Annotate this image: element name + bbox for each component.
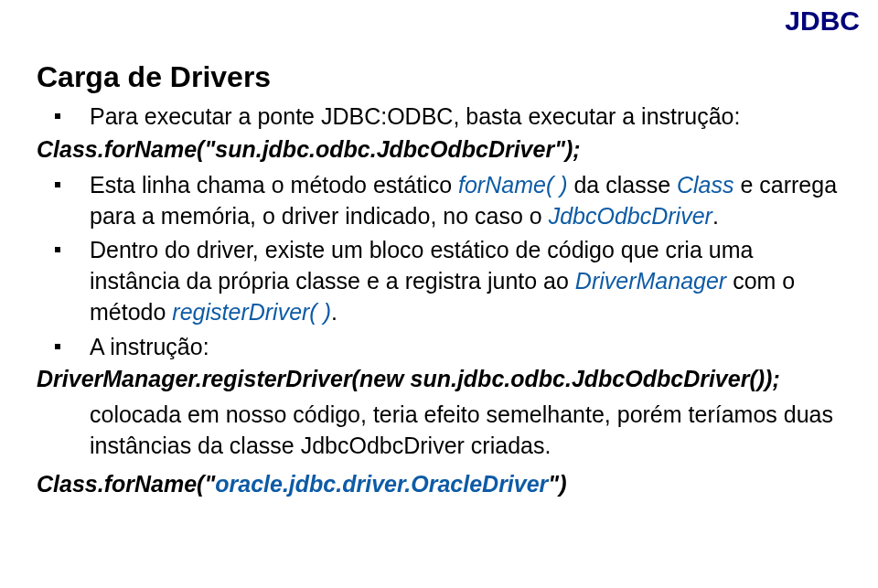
- b2-forname: forName( ): [458, 172, 567, 198]
- b3-end: .: [331, 299, 337, 325]
- b3-reg: registerDriver( ): [172, 299, 331, 325]
- slide-heading: Carga de Drivers: [37, 60, 841, 94]
- bullet-dot-icon: [55, 344, 60, 349]
- sub-paragraph: colocada em nosso código, teria efeito s…: [90, 400, 841, 462]
- bullet-item-4: A instrução:: [55, 332, 841, 363]
- b2-pre: Esta linha chama o método estático: [90, 172, 458, 198]
- line3-a: Class.forName(": [37, 471, 215, 497]
- bullet-3-text: Dentro do driver, existe um bloco estáti…: [90, 235, 841, 327]
- b2-odbc: JdbcOdbcDriver: [549, 203, 712, 229]
- b2-end: .: [712, 203, 719, 229]
- line3-b: oracle.jdbc.driver.OracleDriver: [215, 471, 548, 497]
- bullet-dot-icon: [55, 113, 60, 119]
- bullet-4-text: A instrução:: [90, 332, 841, 363]
- code-line-2: DriverManager.registerDriver(new sun.jdb…: [37, 366, 841, 392]
- line3-c: "): [548, 471, 566, 497]
- code-line-1: Class.forName("sun.jdbc.odbc.JdbcOdbcDri…: [37, 136, 841, 163]
- bullet-dot-icon: [55, 182, 60, 187]
- bullet-1-text: Para executar a ponte JDBC:ODBC, basta e…: [90, 102, 841, 133]
- bullet-2-text: Esta linha chama o método estático forNa…: [90, 170, 841, 232]
- bullet-item-1: Para executar a ponte JDBC:ODBC, basta e…: [55, 102, 841, 133]
- b2-mid: da classe: [567, 172, 677, 198]
- bullet-item-2: Esta linha chama o método estático forNa…: [55, 170, 841, 232]
- bullet-item-3: Dentro do driver, existe um bloco estáti…: [55, 235, 841, 327]
- top-right-label: JDBC: [785, 5, 860, 37]
- bullet-dot-icon: [55, 247, 60, 252]
- b3-dm: DriverManager: [575, 268, 726, 294]
- slide: JDBC Carga de Drivers Para executar a po…: [0, 0, 878, 588]
- code-line-3: Class.forName("oracle.jdbc.driver.Oracle…: [37, 471, 841, 497]
- b2-class: Class: [677, 172, 734, 198]
